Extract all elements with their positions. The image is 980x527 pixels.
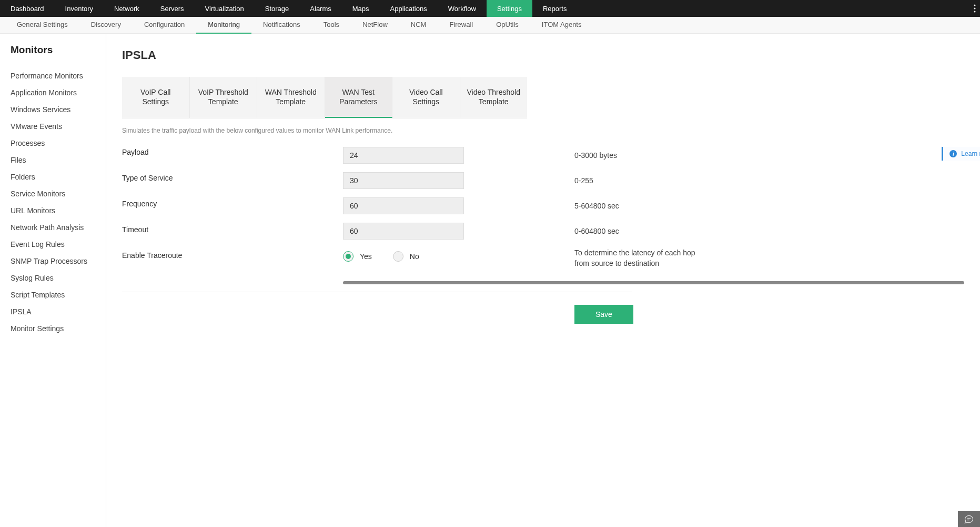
horizontal-scrollbar[interactable] [343, 281, 964, 284]
nav-alarms[interactable]: Alarms [299, 0, 341, 17]
hint-payload: 0-3000 bytes [574, 147, 701, 164]
tab-voip-threshold-template[interactable]: VoIP Threshold Template [190, 77, 258, 118]
sidebar-item-script-templates[interactable]: Script Templates [11, 286, 106, 303]
subnav-discovery[interactable]: Discovery [79, 17, 133, 34]
input-frequency[interactable] [343, 197, 464, 214]
input-tos[interactable] [343, 172, 464, 189]
radio-no[interactable]: No [393, 251, 419, 262]
sidebar-item-network-path-analysis[interactable]: Network Path Analysis [11, 219, 106, 236]
radio-yes-label: Yes [360, 252, 372, 261]
sidebar-item-application-monitors[interactable]: Application Monitors [11, 84, 106, 101]
info-icon: i [949, 150, 957, 157]
sidebar-item-ipsla[interactable]: IPSLA [11, 303, 106, 320]
subnav-notifications[interactable]: Notifications [251, 17, 312, 34]
radio-no-label: No [410, 252, 419, 261]
learn-more-box: i Learn more about WAN Monitor [942, 147, 980, 161]
tab-wan-threshold-template[interactable]: WAN Threshold Template [257, 77, 325, 118]
tabs: VoIP Call Settings VoIP Threshold Templa… [122, 77, 527, 118]
nav-settings[interactable]: Settings [487, 0, 532, 17]
subnav-firewall[interactable]: Firewall [438, 17, 484, 34]
learn-more-link[interactable]: Learn more [961, 150, 980, 157]
nav-workflow[interactable]: Workflow [438, 0, 487, 17]
sidebar-item-windows-services[interactable]: Windows Services [11, 101, 106, 118]
sidebar-item-snmp-trap-processors[interactable]: SNMP Trap Processors [11, 253, 106, 270]
more-menu-icon[interactable] [974, 0, 976, 17]
sidebar-item-service-monitors[interactable]: Service Monitors [11, 185, 106, 202]
label-timeout: Timeout [122, 225, 343, 234]
label-tos: Type of Service [122, 174, 343, 182]
tab-video-threshold-template[interactable]: Video Threshold Template [460, 77, 528, 118]
radio-yes-circle [343, 251, 353, 262]
subnav-itom-agents[interactable]: ITOM Agents [530, 17, 593, 34]
subnav-oputils[interactable]: OpUtils [484, 17, 530, 34]
nav-servers[interactable]: Servers [150, 0, 195, 17]
sidebar-item-url-monitors[interactable]: URL Monitors [11, 202, 106, 219]
nav-network[interactable]: Network [104, 0, 150, 17]
nav-maps[interactable]: Maps [342, 0, 380, 17]
svg-point-1 [974, 8, 976, 9]
label-frequency: Frequency [122, 200, 343, 208]
sidebar-item-files[interactable]: Files [11, 152, 106, 168]
nav-inventory[interactable]: Inventory [55, 0, 104, 17]
save-button[interactable]: Save [574, 305, 633, 324]
input-timeout[interactable] [343, 223, 464, 240]
page-title: IPSLA [122, 48, 964, 62]
subnav-netflow[interactable]: NetFlow [351, 17, 399, 34]
input-payload[interactable] [343, 147, 464, 164]
subnav-monitoring[interactable]: Monitoring [196, 17, 251, 34]
hint-tos: 0-255 [574, 172, 701, 189]
nav-storage[interactable]: Storage [255, 0, 300, 17]
sidebar-item-vmware-events[interactable]: VMware Events [11, 118, 106, 135]
sidebar-item-syslog-rules[interactable]: Syslog Rules [11, 270, 106, 286]
sidebar-item-folders[interactable]: Folders [11, 168, 106, 185]
subnav-tools[interactable]: Tools [312, 17, 351, 34]
radio-yes[interactable]: Yes [343, 251, 372, 262]
subnav-configuration[interactable]: Configuration [133, 17, 196, 34]
top-nav: Dashboard Inventory Network Servers Virt… [0, 0, 980, 17]
sidebar-item-processes[interactable]: Processes [11, 135, 106, 152]
subnav-ncm[interactable]: NCM [399, 17, 438, 34]
form-area: i Learn more about WAN Monitor Payload T… [122, 147, 964, 324]
chat-icon[interactable] [958, 511, 980, 527]
sidebar-item-monitor-settings[interactable]: Monitor Settings [11, 320, 106, 337]
tab-voip-call-settings[interactable]: VoIP Call Settings [122, 77, 190, 118]
sidebar-title: Monitors [11, 44, 106, 56]
content-area: IPSLA VoIP Call Settings VoIP Threshold … [106, 34, 980, 527]
radio-no-circle [393, 251, 403, 262]
traceroute-radio-group: Yes No [343, 248, 574, 265]
sidebar: Monitors Performance Monitors Applicatio… [0, 34, 106, 527]
sidebar-item-performance-monitors[interactable]: Performance Monitors [11, 67, 106, 84]
sub-nav: General Settings Discovery Configuration… [0, 17, 980, 34]
hint-timeout: 0-604800 sec [574, 223, 701, 240]
sidebar-item-event-log-rules[interactable]: Event Log Rules [11, 236, 106, 253]
nav-dashboard[interactable]: Dashboard [0, 0, 55, 17]
svg-point-2 [974, 11, 976, 13]
nav-virtualization[interactable]: Virtualization [195, 0, 255, 17]
tab-wan-test-parameters[interactable]: WAN Test Parameters [325, 77, 393, 118]
nav-applications[interactable]: Applications [380, 0, 438, 17]
subnav-general-settings[interactable]: General Settings [5, 17, 79, 34]
hint-traceroute: To determine the latency of each hop fro… [574, 248, 701, 269]
hint-frequency: 5-604800 sec [574, 197, 701, 214]
nav-reports[interactable]: Reports [532, 0, 578, 17]
label-traceroute: Enable Traceroute [122, 251, 343, 260]
divider [122, 292, 632, 292]
svg-point-0 [974, 5, 976, 6]
tab-description: Simulates the traffic payload with the b… [122, 127, 964, 134]
label-payload: Payload [122, 148, 343, 156]
tab-video-call-settings[interactable]: Video Call Settings [392, 77, 460, 118]
